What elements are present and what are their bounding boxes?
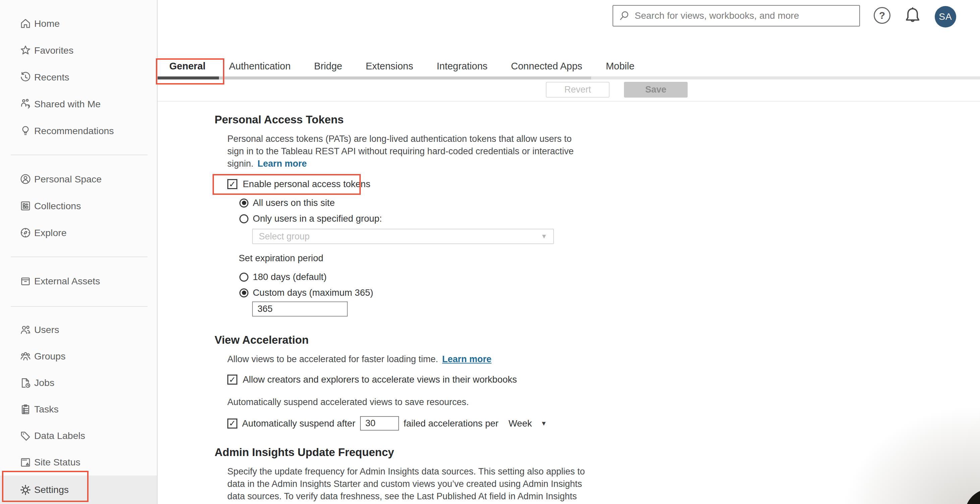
sidebar-item-favorites[interactable]: Favorites	[0, 37, 157, 64]
tab-extensions[interactable]: Extensions	[366, 61, 414, 72]
save-button[interactable]: Save	[624, 82, 688, 98]
main-area: ? SA General Authentication Bridge Exten…	[158, 0, 980, 504]
pat-learn-more-link[interactable]: Learn more	[258, 159, 307, 169]
tab-underline-track-light	[591, 76, 980, 79]
sidebar-item-home[interactable]: Home	[0, 10, 157, 37]
sidebar-item-users[interactable]: Users	[0, 316, 157, 343]
specified-group-label: Only users in a specified group:	[253, 213, 382, 224]
suspend-description: Automatically suspend accelerated views …	[228, 397, 547, 407]
sidebar-item-label: Collections	[34, 200, 81, 211]
sidebar-item-collections[interactable]: Collections	[0, 192, 157, 219]
default-days-radio[interactable]	[239, 273, 248, 282]
section-description: Specify the update frequency for Admin I…	[228, 466, 585, 502]
compass-icon	[19, 227, 32, 239]
sidebar-item-shared-with-me[interactable]: Shared with Me	[0, 91, 157, 118]
lightbulb-icon	[19, 125, 32, 137]
sidebar-item-recommendations[interactable]: Recommendations	[0, 118, 157, 144]
chevron-down-icon[interactable]: ▼	[541, 420, 547, 427]
all-users-radio[interactable]	[239, 199, 248, 208]
sidebar-item-label: Tasks	[34, 404, 59, 415]
notifications-bell-icon[interactable]	[902, 5, 923, 27]
sidebar-item-label: Explore	[34, 227, 67, 238]
help-icon[interactable]: ?	[874, 7, 891, 24]
sidebar-item-groups[interactable]: Groups	[0, 343, 157, 369]
home-icon	[19, 17, 32, 30]
section-personal-access-tokens: Personal Access Tokens Personal access t…	[215, 113, 574, 316]
auto-suspend-checkbox[interactable]	[228, 418, 237, 429]
failed-accelerations-input[interactable]	[360, 416, 399, 431]
sidebar-item-label: Home	[34, 18, 60, 29]
tab-mobile[interactable]: Mobile	[606, 61, 634, 72]
tab-authentication[interactable]: Authentication	[229, 61, 291, 72]
specified-group-radio[interactable]	[239, 214, 248, 223]
sidebar-divider	[11, 256, 148, 257]
tab-underline-track	[158, 76, 591, 79]
section-description: Allow views to be accelerated for faster…	[228, 353, 547, 366]
sidebar-item-label: Settings	[34, 484, 69, 495]
sidebar-item-label: Site Status	[34, 457, 81, 468]
va-learn-more-link[interactable]: Learn more	[442, 353, 492, 366]
revert-button[interactable]: Revert	[546, 82, 609, 98]
custom-days-radio[interactable]	[239, 288, 248, 297]
allow-acceleration-checkbox[interactable]	[228, 375, 237, 385]
tab-connected-apps[interactable]: Connected Apps	[511, 61, 582, 72]
sidebar-item-jobs[interactable]: Jobs	[0, 369, 157, 396]
sidebar-item-label: Users	[34, 324, 59, 335]
chevron-down-icon: ▼	[541, 233, 547, 240]
expiration-period-label: Set expiration period	[239, 253, 574, 264]
sidebar-item-label: Shared with Me	[34, 99, 100, 110]
sidebar-item-label: Favorites	[34, 45, 73, 56]
sidebar-item-site-status[interactable]: Site Status	[0, 449, 157, 475]
tab-integrations[interactable]: Integrations	[437, 61, 488, 72]
tableau-site-settings-page: { "topbar": { "search_placeholder": "Sea…	[0, 0, 980, 504]
sidebar-item-recents[interactable]: Recents	[0, 64, 157, 91]
shared-with-me-icon	[19, 98, 32, 110]
sidebar-item-data-labels[interactable]: Data Labels	[0, 423, 157, 449]
tab-general[interactable]: General	[169, 61, 205, 72]
tab-bridge[interactable]: Bridge	[314, 61, 342, 72]
search-box[interactable]	[612, 5, 860, 27]
custom-days-label: Custom days (maximum 365)	[253, 288, 373, 298]
period-select-value[interactable]: Week	[509, 418, 532, 429]
specified-group-radio-row: Only users in a specified group:	[239, 213, 574, 224]
default-days-radio-row: 180 days (default)	[239, 272, 574, 282]
search-input[interactable]	[634, 10, 859, 21]
custom-days-input[interactable]	[252, 302, 348, 316]
users-icon	[19, 324, 32, 336]
sidebar-item-external-assets[interactable]: External Assets	[0, 267, 157, 294]
sidebar-item-settings[interactable]: Settings	[0, 475, 157, 504]
enable-pat-checkbox[interactable]	[228, 179, 237, 189]
sidebar-item-label: Groups	[34, 351, 65, 362]
allow-acceleration-row: Allow creators and explorers to accelera…	[228, 374, 547, 385]
sidebar-item-label: Jobs	[34, 377, 54, 388]
star-icon	[19, 44, 32, 56]
section-description: Personal access tokens (PATs) are long-l…	[228, 133, 574, 170]
sidebar-item-personal-space[interactable]: Personal Space	[0, 165, 157, 192]
sidebar-item-explore[interactable]: Explore	[0, 219, 157, 246]
avatar[interactable]: SA	[935, 6, 956, 27]
sidebar-item-label: Data Labels	[34, 430, 85, 441]
person-circle-icon	[19, 173, 32, 185]
default-days-label: 180 days (default)	[253, 272, 326, 282]
toolbar-divider	[158, 101, 980, 102]
history-icon	[19, 71, 32, 83]
groups-icon	[19, 350, 32, 362]
all-users-label: All users on this site	[253, 197, 335, 208]
section-title: Admin Insights Update Frequency	[215, 446, 585, 459]
sidebar-item-label: Personal Space	[34, 174, 102, 185]
browser-alert-icon	[19, 456, 32, 469]
all-users-radio-row: All users on this site	[239, 197, 574, 208]
auto-suspend-row: Automatically suspend after failed accel…	[228, 416, 547, 431]
sidebar: Home Favorites Recents Shared with Me Re…	[0, 0, 158, 504]
auto-suspend-prefix-label: Automatically suspend after	[242, 418, 355, 429]
clipboard-icon	[19, 404, 32, 415]
group-select-dropdown[interactable]: Select group ▼	[252, 229, 554, 244]
search-icon	[619, 10, 630, 21]
sidebar-item-tasks[interactable]: Tasks	[0, 396, 157, 423]
allow-acceleration-label: Allow creators and explorers to accelera…	[243, 374, 517, 385]
sidebar-divider	[11, 154, 148, 155]
auto-suspend-suffix-label: failed accelerations per	[404, 418, 498, 429]
section-title: View Acceleration	[215, 334, 547, 347]
section-view-acceleration: View Acceleration Allow views to be acce…	[215, 334, 547, 431]
file-clock-icon	[19, 377, 32, 389]
